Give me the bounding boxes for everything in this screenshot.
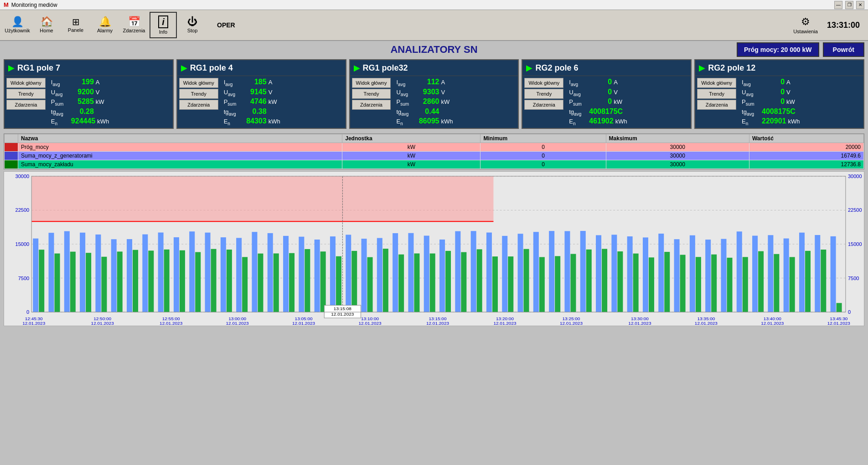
toolbar-uzytkownik-label: Użytkownik (5, 28, 30, 33)
metric-label: tgavg (396, 108, 414, 117)
bar-blue (799, 233, 805, 312)
bar-green (477, 249, 482, 312)
bar-blue (283, 236, 289, 312)
metric-unit: A (614, 79, 618, 86)
analyzer-btn-widok-główny[interactable]: Widok główny (352, 78, 391, 88)
analyzer-data: Iavg0AUavg0VPsum0kWtgavg4008175CEn461902… (565, 76, 691, 128)
analyzer-btn-trendy[interactable]: Trendy (697, 89, 736, 99)
toolbar-zdarzenia[interactable]: 📅 Zdarzenia (120, 12, 148, 38)
bar-blue (471, 231, 476, 312)
bar-green (211, 249, 217, 312)
bar-blue (346, 235, 351, 312)
metric-value: 199 (71, 78, 94, 86)
data-row: Psum4746kW (224, 97, 342, 107)
metric-unit: kWh (615, 118, 627, 125)
analyzer-btn-zdarzenia[interactable]: Zdarzenia (179, 100, 218, 110)
analyzer-btn-widok-główny[interactable]: Widok główny (179, 78, 218, 88)
time-display: 13:31:00 (827, 20, 860, 30)
bar-blue (142, 234, 148, 312)
analyzer-btn-zdarzenia[interactable]: Zdarzenia (524, 100, 563, 110)
analyzer-btn-trendy[interactable]: Trendy (179, 89, 218, 99)
bar-blue (658, 234, 664, 312)
bar-blue (502, 236, 507, 312)
data-row: Psum5285kW (51, 97, 169, 107)
toolbar-home[interactable]: 🏠 Home (33, 12, 60, 38)
bar-blue (268, 233, 273, 312)
analyzer-btn-trendy[interactable]: Trendy (352, 89, 391, 99)
analyzer-card-rg2p12: ▶RG2 pole 12Widok głównyTrendyZdarzeniaI… (694, 59, 864, 129)
svg-text:13:15:08: 13:15:08 (334, 306, 351, 311)
analyzer-btn-widok-główny[interactable]: Widok główny (697, 78, 736, 88)
analyzer-header-rg2p12: ▶RG2 pole 12 (695, 60, 863, 76)
data-row: Iavg185A (224, 78, 342, 87)
analyzer-btn-zdarzenia[interactable]: Zdarzenia (6, 100, 46, 110)
svg-text:0: 0 (26, 309, 29, 315)
bar-blue (158, 233, 164, 312)
metric-label: Iavg (742, 79, 760, 87)
bar-blue (549, 231, 554, 312)
powrot-button[interactable]: Powrót (823, 42, 864, 57)
bar-green (367, 257, 373, 312)
metric-value: 84303 (244, 117, 267, 125)
close-button[interactable]: ✕ (856, 1, 864, 9)
analyzer-header-rg1p7: ▶RG1 pole 7 (5, 60, 173, 76)
analyzer-btn-zdarzenia[interactable]: Zdarzenia (697, 100, 736, 110)
app-icon: M (4, 1, 9, 8)
metric-unit: V (96, 89, 100, 96)
row-color-cell (5, 151, 18, 160)
analyzer-buttons: Widok głównyTrendyZdarzenia (522, 76, 565, 128)
metric-value: 461902 (589, 117, 613, 125)
svg-text:12.01.2023: 12.01.2023 (358, 321, 382, 326)
bar-blue (627, 236, 633, 312)
row-name: Próg_mocy (18, 143, 342, 151)
data-row: Iavg0A (569, 78, 687, 87)
metric-value: 0 (762, 78, 785, 86)
analyzer-body: Widok głównyTrendyZdarzeniaIavg112AUavg9… (350, 76, 518, 128)
metric-label: Psum (742, 98, 760, 107)
analyzer-btn-trendy[interactable]: Trendy (6, 89, 46, 99)
settings-button[interactable]: ⚙ Ustawienia (793, 16, 818, 34)
svg-text:30000: 30000 (848, 174, 862, 179)
bar-green (117, 251, 123, 312)
metric-unit: kW (614, 98, 622, 105)
analyzer-btn-widok-główny[interactable]: Widok główny (524, 78, 563, 88)
page-title: ANALIZATORY SN (4, 44, 864, 56)
play-icon: ▶ (181, 63, 187, 73)
bar-blue (377, 238, 382, 312)
analyzer-card-rg1p32: ▶RG1 pole32Widok głównyTrendyZdarzeniaIa… (349, 59, 519, 129)
data-row: Uavg9303V (396, 88, 514, 97)
svg-text:12.01.2023: 12.01.2023 (22, 321, 46, 326)
col-header-maksimum: Maksimum (606, 134, 749, 143)
toolbar-uzytkownik[interactable]: 👤 Użytkownik (4, 12, 31, 38)
main-content: ANALIZATORY SN Próg mocy: 20 000 kW Powr… (0, 41, 868, 329)
bar-blue (643, 237, 648, 312)
analyzer-header-rg1p4: ▶RG1 pole 4 (177, 60, 346, 76)
minimize-button[interactable]: — (834, 1, 842, 9)
metric-value: 0 (762, 97, 785, 106)
bar-green (305, 249, 310, 312)
toolbar-alarmy[interactable]: 🔔 Alarmy (91, 12, 119, 38)
metric-label: Psum (51, 98, 69, 107)
row-name: Suma_mocy_zakładu (18, 160, 342, 169)
toolbar-stop[interactable]: ⏻ Stop (179, 12, 206, 38)
col-header-wartosc: Wartość (749, 134, 863, 143)
toolbar-panele[interactable]: ⊞ Panele (62, 12, 89, 38)
bar-green (711, 255, 717, 312)
row-color-cell (5, 160, 18, 169)
analyzer-btn-widok-główny[interactable]: Widok główny (6, 78, 46, 88)
bar-green (743, 257, 748, 312)
toolbar-info[interactable]: i Info (150, 12, 177, 38)
user-icon: 👤 (11, 17, 24, 27)
bar-green (821, 250, 826, 312)
bar-green (664, 252, 670, 312)
data-table-container: Nazwa Jednostka Minimum Maksimum Wartość… (4, 133, 864, 169)
play-icon: ▶ (8, 63, 15, 73)
analyzer-btn-zdarzenia[interactable]: Zdarzenia (352, 100, 391, 110)
metric-value: 0 (762, 88, 785, 96)
data-row: tgavg4008175C (569, 107, 687, 117)
restore-button[interactable]: ❐ (845, 1, 853, 9)
analyzer-btn-trendy[interactable]: Trendy (524, 89, 563, 99)
metric-unit: kWh (788, 118, 800, 125)
bar-green (398, 255, 404, 312)
row-unit: kW (342, 151, 480, 160)
